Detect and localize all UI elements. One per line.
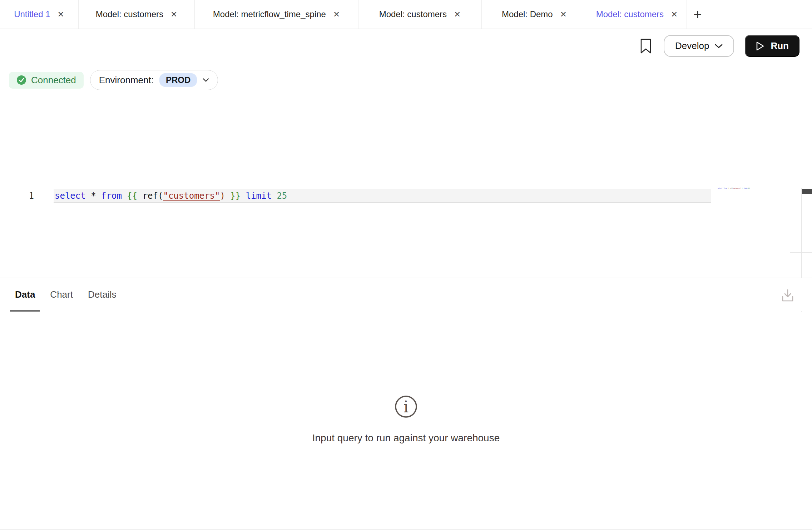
editor-toolbar: Develop Run: [0, 29, 812, 63]
new-tab-button[interactable]: +: [687, 0, 708, 29]
tab-label: Model: metricflow_time_spine: [213, 9, 326, 19]
tab-model-customers-3[interactable]: Model: customers ✕: [587, 0, 687, 29]
download-icon: [779, 287, 796, 304]
plus-icon: +: [693, 6, 702, 23]
info-icon: i: [393, 394, 419, 420]
tab-label: Untitled 1: [14, 9, 50, 19]
environment-label: Environment:: [99, 75, 154, 86]
scrollbar-thumb[interactable]: [802, 189, 812, 194]
chevron-down-icon: [203, 78, 209, 82]
tab-model-demo[interactable]: Model: Demo ✕: [482, 0, 587, 29]
play-icon: [756, 41, 765, 51]
line-number: 1: [18, 189, 34, 203]
code-line[interactable]: select * from {{ ref("customers") }} lim…: [55, 189, 287, 203]
chevron-down-icon: [715, 44, 723, 49]
environment-selector[interactable]: Environment: PROD: [90, 70, 218, 90]
run-label: Run: [771, 40, 789, 51]
bookmark-icon: [640, 39, 652, 54]
results-empty-state: i Input query to run against your wareho…: [0, 312, 812, 529]
tab-model-customers-1[interactable]: Model: customers ✕: [79, 0, 195, 29]
sql-editor[interactable]: 1 select * from {{ ref("customers") }} l…: [0, 92, 812, 278]
tab-label: Model: customers: [96, 9, 163, 19]
close-icon[interactable]: ✕: [333, 10, 340, 19]
tab-untitled-1[interactable]: Untitled 1 ✕: [0, 0, 79, 29]
tab-label: Model: customers: [596, 9, 664, 19]
develop-dropdown-button[interactable]: Develop: [664, 35, 734, 57]
tab-label: Model: customers: [379, 9, 447, 19]
minimap[interactable]: select * from {{ ref("customers") }} lim…: [718, 188, 753, 192]
close-icon[interactable]: ✕: [58, 10, 64, 19]
close-icon[interactable]: ✕: [454, 10, 461, 19]
download-results-button[interactable]: [779, 287, 796, 304]
close-icon[interactable]: ✕: [671, 10, 678, 19]
tab-label: Model: Demo: [502, 9, 553, 19]
bottom-divider: [0, 529, 812, 530]
results-tab-bar: Data Chart Details: [0, 278, 812, 311]
develop-label: Develop: [675, 40, 709, 51]
check-circle-icon: [16, 75, 26, 85]
tab-chart[interactable]: Chart: [50, 289, 73, 300]
connection-status-badge: Connected: [9, 72, 84, 89]
tab-details[interactable]: Details: [88, 289, 116, 300]
editor-tab-bar: Untitled 1 ✕ Model: customers ✕ Model: m…: [0, 0, 812, 29]
connected-label: Connected: [31, 75, 76, 86]
bookmark-button[interactable]: [639, 38, 653, 55]
minimap-code-line: select * from {{ ref("customers") }} lim…: [718, 188, 723, 189]
status-row: Connected Environment: PROD: [9, 63, 218, 97]
tab-model-metricflow-time-spine[interactable]: Model: metricflow_time_spine ✕: [195, 0, 358, 29]
tab-data[interactable]: Data: [15, 289, 35, 300]
empty-state-message: Input query to run against your warehous…: [312, 432, 500, 444]
run-button[interactable]: Run: [745, 35, 799, 57]
close-icon[interactable]: ✕: [170, 10, 177, 19]
environment-value-badge: PROD: [159, 73, 197, 87]
scrollbar-corner-border: [790, 252, 812, 253]
tab-model-customers-2[interactable]: Model: customers ✕: [358, 0, 482, 29]
close-icon[interactable]: ✕: [560, 10, 567, 19]
svg-text:i: i: [403, 398, 409, 416]
ide-screen: Untitled 1 ✕ Model: customers ✕ Model: m…: [0, 0, 812, 531]
